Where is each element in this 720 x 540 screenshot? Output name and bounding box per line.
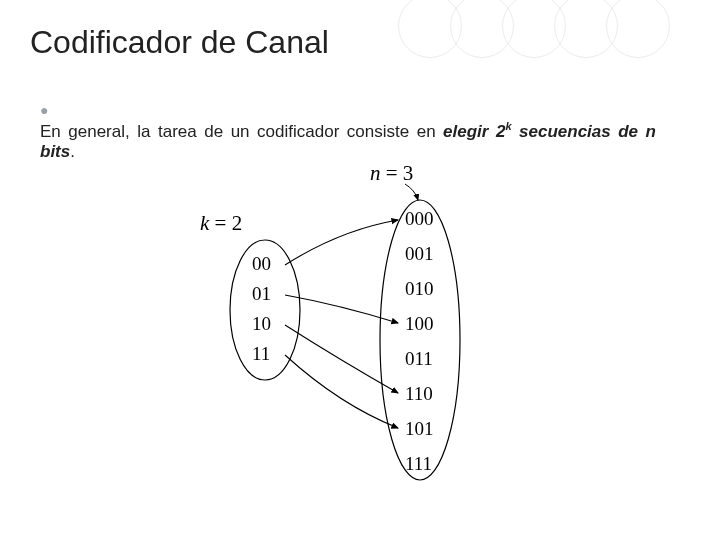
right-seq-6: 101 bbox=[405, 418, 434, 439]
right-seq-5: 110 bbox=[405, 383, 433, 404]
encoder-diagram: k = 2 n = 3 00 01 10 11 000 001 010 100 … bbox=[190, 160, 530, 490]
right-seq-1: 001 bbox=[405, 243, 434, 264]
bullet-pretext: En general, la tarea de un codificador c… bbox=[40, 122, 443, 141]
right-seq-7: 111 bbox=[405, 453, 432, 474]
bullet-emph-a: elegir 2 bbox=[443, 122, 505, 141]
decorative-circle bbox=[606, 0, 670, 58]
slide-title: Codificador de Canal bbox=[30, 24, 329, 61]
n-pointer-icon bbox=[405, 184, 418, 200]
map-arrow-10-110 bbox=[285, 325, 398, 393]
right-seq-3: 100 bbox=[405, 313, 434, 334]
k-label: k = 2 bbox=[200, 211, 242, 235]
bullet-item: ● En general, la tarea de un codificador… bbox=[40, 100, 680, 162]
n-label: n = 3 bbox=[370, 161, 413, 185]
left-seq-1: 01 bbox=[252, 283, 271, 304]
left-seq-3: 11 bbox=[252, 343, 270, 364]
bullet-text: En general, la tarea de un codificador c… bbox=[40, 120, 656, 162]
map-arrow-00-000 bbox=[285, 220, 398, 265]
bullet-period: . bbox=[70, 142, 75, 161]
left-seq-2: 10 bbox=[252, 313, 271, 334]
right-seq-0: 000 bbox=[405, 208, 434, 229]
bullet-icon: ● bbox=[40, 102, 62, 118]
right-seq-4: 011 bbox=[405, 348, 433, 369]
right-seq-2: 010 bbox=[405, 278, 434, 299]
left-seq-0: 00 bbox=[252, 253, 271, 274]
